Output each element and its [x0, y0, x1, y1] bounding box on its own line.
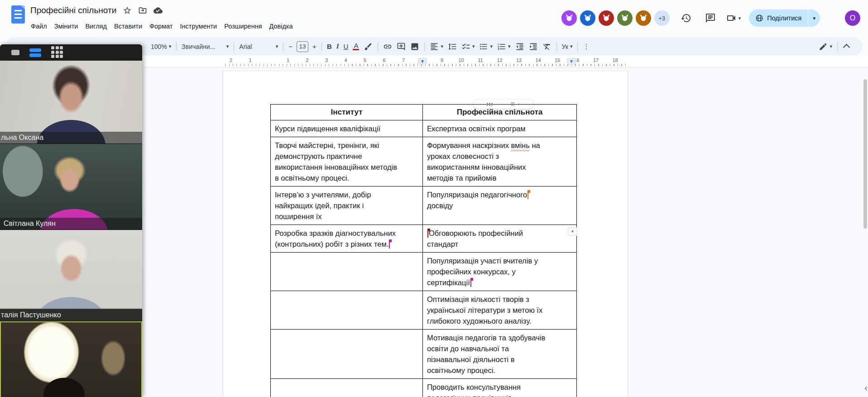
bulleted-list-button[interactable]: ▾	[477, 41, 495, 53]
table-row: Розробка зразків діагностувальних (контр…	[271, 225, 577, 253]
increase-indent-button[interactable]	[527, 41, 540, 53]
table-cell[interactable]	[271, 291, 423, 330]
collaborator-avatar-2[interactable]	[580, 10, 595, 26]
participant-name: талія Пастушенко	[0, 309, 142, 321]
align-button[interactable]: ▾	[427, 41, 446, 53]
highlight-color-button[interactable]	[361, 41, 375, 53]
indent-marker-left[interactable]: ▼	[418, 58, 427, 65]
line-spacing-button[interactable]	[446, 41, 459, 53]
decrease-font-size-button[interactable]: −	[286, 41, 295, 53]
document-page[interactable]: ☰ + Інститут Професійна спільнота Курси …	[223, 71, 628, 397]
participant-video[interactable]: льна Оксана	[0, 61, 142, 144]
version-history-button[interactable]	[677, 9, 695, 27]
table-cell[interactable]	[271, 379, 423, 397]
menu-item-tools[interactable]: Інструменти	[177, 21, 221, 31]
menu-item-file[interactable]: Файл	[27, 21, 51, 31]
collapse-toolbar-button[interactable]	[840, 43, 853, 50]
table-cell[interactable]: Оптимізація кількості творів з українськ…	[423, 291, 577, 330]
table-cell[interactable]: Творчі майстерні, тренінги, які демонстр…	[271, 137, 423, 187]
table-cell[interactable]: Популяризація участі вчителів у професій…	[423, 253, 577, 291]
star-icon[interactable]	[123, 6, 132, 15]
move-folder-icon[interactable]	[138, 6, 147, 15]
document-title[interactable]: Професійні спільноти	[30, 5, 116, 15]
table-cell[interactable]: Експертиза освітніх програм	[423, 120, 577, 137]
font-size-input[interactable]: 13	[297, 41, 308, 52]
decrease-indent-button[interactable]	[513, 41, 527, 53]
collaborator-avatar-4[interactable]	[617, 10, 633, 26]
menu-item-insert[interactable]: Вставити	[110, 21, 146, 31]
image-icon	[410, 42, 419, 51]
add-comment-button[interactable]	[394, 41, 408, 53]
ruler-number: 7	[402, 57, 405, 63]
text-color-button[interactable]: A	[350, 41, 361, 53]
table-header-cell[interactable]: Професійна спільнота	[423, 105, 577, 120]
comments-button[interactable]	[701, 9, 719, 27]
font-select[interactable]: Arial▾	[237, 41, 280, 53]
table-cell[interactable]	[271, 253, 423, 291]
ruler-number: 5	[364, 57, 366, 63]
menu-item-edit[interactable]: Змінити	[51, 21, 82, 31]
menu-item-extensions[interactable]: Розширення	[221, 21, 265, 31]
speaker-view-icon[interactable]	[29, 48, 41, 57]
vertical-scrollbar[interactable]	[863, 79, 867, 229]
collaborator-avatar-1[interactable]	[561, 10, 577, 26]
meet-call-button[interactable]: ▾	[726, 13, 741, 24]
table-cell[interactable]: Інтерв’ю з учителями, добір найкращих ід…	[271, 187, 423, 225]
ruler-number: 9	[441, 57, 443, 63]
table-header-cell[interactable]: Інститут	[271, 105, 423, 120]
docs-logo-icon[interactable]	[11, 5, 25, 24]
document-table[interactable]: Інститут Професійна спільнота Курси підв…	[270, 104, 577, 397]
underline-button[interactable]: U	[341, 41, 351, 53]
menu-item-help[interactable]: Довідка	[266, 21, 297, 31]
paragraph-style-select[interactable]: Звичайни...▾	[179, 41, 231, 53]
editing-mode-button[interactable]: ▾	[816, 41, 834, 53]
zoom-select[interactable]: 100%▾	[149, 41, 173, 53]
table-row: Популяризація участі вчителів у професій…	[271, 253, 577, 291]
participant-video-active-speaker[interactable]	[0, 321, 142, 397]
indent-marker-right[interactable]: ▼	[567, 58, 576, 65]
insert-link-button[interactable]	[381, 41, 394, 53]
cell-dropdown-button[interactable]: ▼	[568, 227, 577, 236]
numbered-list-button[interactable]: ▾	[495, 41, 513, 53]
italic-button[interactable]: I	[334, 41, 341, 53]
cloud-saved-icon[interactable]	[153, 6, 163, 15]
show-side-panel-icon[interactable]: ‹	[864, 383, 868, 393]
table-cell[interactable]: Курси підвищення кваліфікації	[271, 120, 423, 137]
table-cell[interactable]: Мотивація педагогів та здобувачів освіти…	[423, 330, 577, 379]
ruler-number: 12	[497, 57, 502, 63]
participant-video[interactable]: талія Пастушенко	[0, 230, 142, 321]
add-comment-icon	[397, 42, 406, 51]
input-tools-button[interactable]: Ук▾	[560, 41, 575, 53]
table-cell[interactable]: Формування наскрізних вмінь на уроках сл…	[423, 137, 577, 187]
table-cell[interactable]: Розробка зразків діагностувальних (контр…	[271, 225, 423, 253]
share-button[interactable]: Поділитися ▾	[749, 10, 820, 27]
table-cell[interactable]: Проводить консультування педагогічних пр…	[423, 379, 577, 397]
account-avatar[interactable]: O	[845, 10, 860, 26]
gallery-view-icon[interactable]	[51, 46, 64, 59]
table-cell[interactable]: Обговорюють професійний стандарт	[423, 225, 577, 253]
divider	[283, 42, 283, 51]
increase-font-size-button[interactable]: +	[310, 41, 319, 53]
menu-bar: Файл Змінити Вигляд Вставити Формат Інст…	[27, 21, 297, 31]
minimize-view-icon[interactable]	[11, 50, 19, 55]
more-toolbar-button[interactable]: ⋮	[580, 41, 592, 53]
more-collaborators-badge[interactable]: +3	[654, 10, 670, 26]
checklist-button[interactable]: ▾	[459, 41, 477, 53]
numbered-list-icon	[497, 42, 506, 51]
divider	[556, 42, 557, 51]
bold-button[interactable]: B	[325, 41, 334, 53]
divider	[378, 42, 378, 51]
clear-formatting-icon	[542, 42, 551, 51]
menu-item-view[interactable]: Вигляд	[82, 21, 110, 31]
increase-indent-icon	[529, 42, 538, 51]
collaborator-avatar-3[interactable]	[599, 10, 614, 26]
menu-item-format[interactable]: Формат	[146, 21, 177, 31]
collaborator-avatar-5[interactable]	[636, 10, 651, 26]
insert-image-button[interactable]	[408, 41, 422, 53]
share-options-caret[interactable]: ▾	[808, 10, 820, 27]
video-call-panel[interactable]: льна Оксана Світлана Кулян талія Пастуше…	[0, 44, 142, 397]
table-cell[interactable]: Популяризація педагогічного досвіду	[423, 187, 577, 225]
participant-video[interactable]: Світлана Кулян	[0, 144, 142, 230]
clear-formatting-button[interactable]	[540, 41, 554, 53]
table-cell[interactable]	[271, 330, 423, 379]
